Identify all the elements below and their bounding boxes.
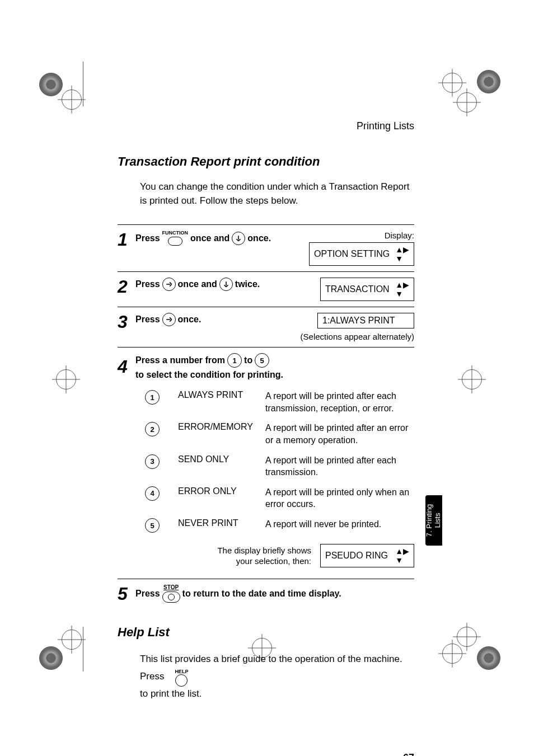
step2-end: twice. (235, 279, 260, 289)
step1-mid: once and (190, 233, 229, 243)
function-key-icon: FUNCTION (162, 231, 189, 246)
step3-press: Press (135, 314, 160, 325)
step-number: 3 (118, 313, 135, 331)
number-key-icon: 5 (145, 518, 160, 533)
option-label: ERROR/MEMORY (178, 422, 256, 432)
option-desc: A report will be printed after each tran… (265, 390, 414, 414)
step3-end: once. (178, 314, 202, 325)
option-row: 1 ALWAYS PRINT A report will be printed … (135, 390, 414, 414)
option-label: NEVER PRINT (178, 518, 256, 528)
page-content: Printing Lists Transaction Report print … (118, 120, 414, 702)
number-key-5-icon: 5 (255, 353, 269, 368)
lcd-display: 1:ALWAYS PRINT (317, 313, 414, 328)
option-label: SEND ONLY (178, 454, 256, 464)
tab-line1: 7. Printing (425, 504, 433, 537)
options-table: 1 ALWAYS PRINT A report will be printed … (118, 390, 414, 573)
step5-press: Press (135, 589, 160, 599)
section-title-transaction: Transaction Report print condition (118, 154, 414, 169)
page-number: 67 (403, 752, 414, 756)
number-key-icon: 3 (145, 454, 160, 469)
section-title-help: Help List (118, 625, 414, 640)
right-arrow-key-icon (162, 313, 176, 326)
option-desc: A report will be printed after an error … (265, 422, 414, 446)
option-row: 2 ERROR/MEMORY A report will be printed … (135, 422, 414, 446)
tab-line2: Lists (433, 513, 442, 528)
section-intro: You can change the condition under which… (140, 180, 414, 208)
option-label: ERROR ONLY (178, 486, 256, 496)
step4-to: to (244, 355, 252, 365)
number-key-1-icon: 1 (227, 353, 242, 368)
step4-lead: Press a number from (135, 355, 225, 365)
updown-right-arrow-icon: ▲▶▼ (395, 547, 409, 565)
step-number: 2 (118, 278, 135, 295)
side-tab: 7. PrintingLists (425, 495, 442, 546)
help-body-2: to print the list. (140, 688, 202, 699)
number-key-icon: 4 (145, 486, 160, 501)
option-row: 3 SEND ONLY A report will be printed aft… (135, 454, 414, 478)
running-header: Printing Lists (118, 120, 414, 132)
lcd-text: 1:ALWAYS PRINT (322, 316, 395, 326)
lcd-display: OPTION SETTING ▲▶▼ (309, 242, 414, 266)
after-txt1: The display briefly shows (217, 546, 311, 555)
lcd-display: TRANSACTION ▲▶▼ (320, 278, 414, 301)
down-arrow-key-icon (219, 278, 233, 291)
option-desc: A report will be printed only when an er… (265, 486, 414, 510)
step5-end: to return to the date and time display. (182, 589, 341, 599)
right-arrow-key-icon (162, 278, 176, 291)
step-4: 4 Press a number from 1 to 5 to select t… (118, 348, 414, 579)
lcd-text: TRANSACTION (325, 284, 390, 294)
option-label: ALWAYS PRINT (178, 390, 256, 400)
lcd-text: PSEUDO RING (325, 551, 388, 561)
display-label: Display: (309, 231, 414, 240)
after-selection-note: The display briefly shows your selection… (135, 544, 414, 567)
stop-key-icon: STOP (162, 585, 180, 603)
help-list-section: Help List This list provides a brief gui… (118, 625, 414, 702)
step-number: 4 (118, 358, 135, 375)
option-row: 5 NEVER PRINT A report will never be pri… (135, 518, 414, 533)
step1-press: Press (135, 233, 160, 243)
lcd-text: OPTION SETTING (314, 249, 390, 259)
step-2: 2 Press once and twice. TRANSACTION ▲▶▼ (118, 272, 414, 307)
lcd-display: PSEUDO RING ▲▶▼ (320, 544, 414, 567)
step1-end: once. (247, 233, 271, 243)
updown-right-arrow-icon: ▲▶▼ (395, 280, 409, 298)
step2-press: Press (135, 279, 160, 289)
step-3: 3 Press once. 1:ALWAYS PRINT (Selections… (118, 307, 414, 348)
step4-tail: to select the condition for printing. (135, 370, 283, 380)
updown-right-arrow-icon: ▲▶▼ (395, 245, 409, 263)
step-5: 5 Press STOP to return to the date and t… (118, 579, 414, 608)
step-1: 1 Press FUNCTION once and once. Display:… (118, 225, 414, 272)
number-key-icon: 1 (145, 390, 160, 405)
option-desc: A report will never be printed. (265, 518, 414, 530)
option-row: 4 ERROR ONLY A report will be printed on… (135, 486, 414, 510)
option-desc: A report will be printed after each tran… (265, 454, 414, 478)
step2-mid: once and (178, 279, 217, 289)
number-key-icon: 2 (145, 422, 160, 436)
step-number: 5 (118, 585, 135, 603)
steps-list: 1 Press FUNCTION once and once. Display:… (118, 224, 414, 608)
help-key-icon: HELP (175, 669, 188, 687)
step3-note: (Selections appear alternately) (301, 332, 414, 341)
down-arrow-key-icon (232, 232, 245, 245)
step-number: 1 (118, 231, 135, 248)
after-txt2: your selection, then: (236, 556, 311, 566)
